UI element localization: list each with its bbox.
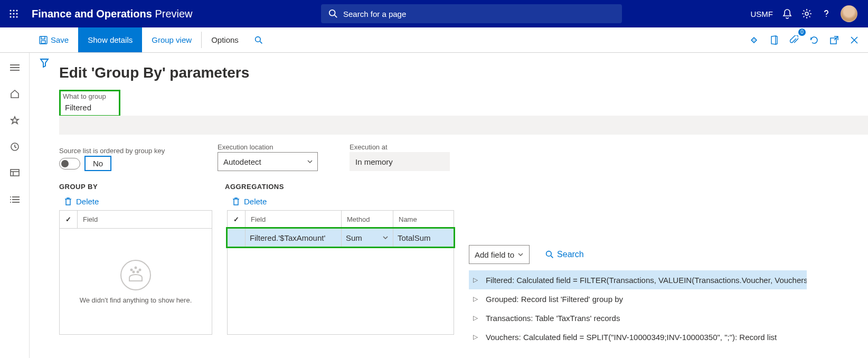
search-label: Search (557, 250, 584, 259)
copilot-icon[interactable] (744, 31, 763, 50)
svg-point-6 (10, 16, 11, 17)
trash-icon (232, 197, 240, 206)
filter-pane-toggle[interactable] (30, 53, 59, 358)
svg-point-36 (139, 269, 141, 270)
tree-node-label: Vouchers: Calculated field = SPLIT("INV-… (486, 333, 777, 342)
agg-col-name[interactable]: Name (393, 211, 454, 228)
help-icon[interactable] (822, 9, 831, 18)
workspace-icon[interactable] (6, 165, 23, 182)
agg-row-field[interactable]: Filtered.'$TaxAmount' (246, 229, 342, 247)
caret-right-icon: ▷ (473, 333, 478, 341)
agg-header-row: ✓ Field Method Name (228, 211, 454, 229)
chevron-down-icon (307, 158, 313, 165)
empty-text: We didn't find anything to show here. (80, 296, 192, 304)
aggregations-heading: AGGREGATIONS (225, 183, 284, 191)
agg-col-field[interactable]: Field (246, 211, 342, 228)
exec-at-value: In memory (350, 152, 450, 171)
group-view-label: Group view (152, 35, 192, 44)
svg-point-31 (10, 199, 11, 200)
svg-rect-13 (40, 36, 47, 44)
ordered-toggle[interactable] (59, 158, 80, 169)
svg-point-1 (13, 10, 14, 11)
svg-point-3 (10, 13, 11, 14)
svg-point-7 (13, 16, 14, 17)
svg-point-15 (255, 36, 260, 42)
page-title: Edit 'Group By' parameters (59, 58, 868, 90)
svg-rect-24 (11, 169, 19, 176)
app-title: Finance and Operations Preview (32, 8, 193, 20)
groupby-col-field[interactable]: Field (78, 211, 212, 228)
svg-line-40 (551, 256, 553, 258)
options-button[interactable]: Options (202, 27, 248, 52)
global-search-placeholder: Search for a page (343, 10, 406, 18)
svg-line-10 (335, 15, 337, 18)
exec-location-value: Autodetect (223, 157, 261, 166)
agg-delete-button[interactable]: Delete (227, 193, 454, 210)
agg-col-method[interactable]: Method (342, 211, 393, 228)
left-rail (0, 53, 30, 358)
action-bar: Save Show details Group view Options 0 (0, 27, 868, 53)
select-all-checkbox[interactable]: ✓ (60, 211, 78, 228)
office-icon[interactable] (765, 31, 784, 50)
svg-point-11 (805, 12, 808, 15)
options-label: Options (211, 35, 239, 44)
agg-row-method[interactable]: Sum (342, 229, 393, 247)
tree-node-transactions[interactable]: ▷ Transactions: Table 'TaxTrans' records (469, 308, 807, 327)
what-to-group-input-ext[interactable] (59, 116, 868, 135)
show-details-button[interactable]: Show details (78, 27, 142, 52)
chevron-down-icon (517, 251, 524, 258)
popout-icon[interactable] (825, 31, 844, 50)
svg-point-12 (826, 16, 827, 17)
exec-at-label: Execution at (350, 143, 450, 151)
svg-line-16 (260, 41, 262, 43)
gear-icon[interactable] (801, 8, 812, 19)
recent-icon[interactable] (6, 138, 23, 155)
svg-point-38 (137, 271, 139, 272)
tree-node-filtered[interactable]: ▷ Filtered: Calculated field = FILTER(Tr… (469, 270, 807, 289)
svg-point-35 (135, 267, 137, 268)
caret-right-icon: ▷ (473, 314, 478, 322)
tree-node-label: Grouped: Record list 'Filtered' group by (486, 295, 623, 304)
agg-row-name[interactable]: TotalSum (393, 229, 454, 247)
svg-point-2 (16, 10, 17, 11)
save-label: Save (51, 35, 69, 44)
agg-row[interactable]: Filtered.'$TaxAmount' Sum TotalSum (228, 229, 454, 247)
bell-icon[interactable] (782, 8, 792, 19)
home-icon[interactable] (6, 86, 23, 102)
svg-point-30 (10, 196, 11, 197)
user-avatar[interactable] (841, 5, 857, 22)
action-search-icon[interactable] (248, 27, 269, 52)
waffle-icon[interactable] (0, 9, 27, 18)
show-details-label: Show details (88, 35, 133, 44)
delete-label: Delete (76, 197, 99, 206)
tree-node-grouped[interactable]: ▷ Grouped: Record list 'Filtered' group … (469, 289, 807, 308)
what-to-group-value[interactable]: Filtered (63, 101, 117, 114)
exec-location-select[interactable]: Autodetect (218, 152, 318, 171)
attachments-icon[interactable]: 0 (785, 31, 804, 50)
datasource-tree-panel: Add field to Search ▷ Filtered: Calculat… (469, 171, 807, 358)
attachments-count: 0 (798, 29, 806, 36)
save-button[interactable]: Save (30, 27, 78, 52)
company-code[interactable]: USMF (751, 10, 773, 18)
global-search[interactable]: Search for a page (321, 4, 622, 23)
agg-select-all[interactable]: ✓ (228, 211, 246, 228)
groupby-delete-button[interactable]: Delete (59, 193, 212, 210)
add-field-to-button[interactable]: Add field to (469, 245, 530, 264)
tree-node-vouchers[interactable]: ▷ Vouchers: Calculated field = SPLIT("IN… (469, 327, 807, 346)
svg-rect-14 (41, 41, 45, 43)
hamburger-icon[interactable] (6, 59, 23, 76)
close-icon[interactable] (845, 31, 864, 50)
aggregations-grid: ✓ Field Method Name Filtered.'$TaxAmount… (227, 210, 454, 335)
chevron-down-icon (382, 234, 389, 241)
ordered-label: Source list is ordered by group key (59, 147, 186, 155)
agg-row-checkbox[interactable] (228, 229, 246, 247)
svg-point-4 (13, 13, 14, 14)
group-view-button[interactable]: Group view (142, 27, 201, 52)
refresh-icon[interactable] (805, 31, 824, 50)
empty-icon (120, 259, 152, 291)
tree-search-button[interactable]: Search (545, 250, 584, 259)
favorite-icon[interactable] (6, 112, 23, 129)
add-field-label: Add field to (475, 250, 514, 259)
modules-icon[interactable] (6, 191, 23, 208)
svg-point-9 (329, 10, 335, 16)
